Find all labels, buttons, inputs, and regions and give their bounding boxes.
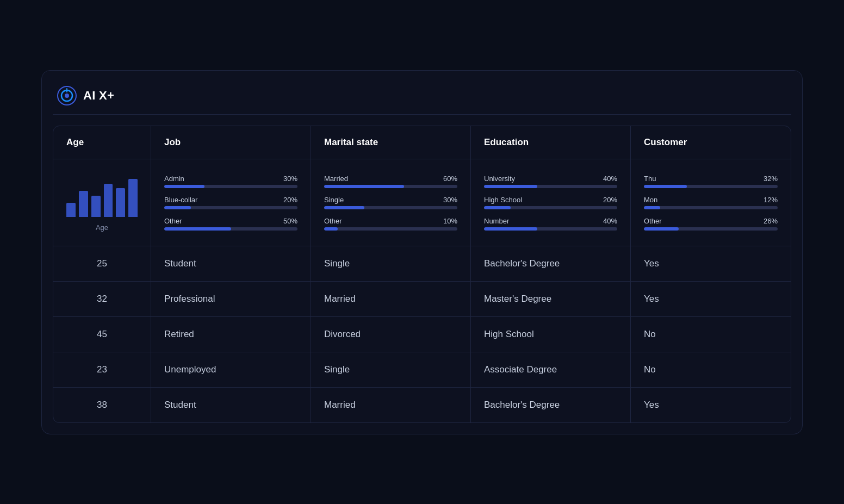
stat-pct: 12% <box>764 196 778 204</box>
marital-stats-cell: Married 60% Single 30% Other 10% <box>311 159 471 246</box>
stat-pct: 30% <box>283 175 297 183</box>
stat-label: Married <box>324 175 348 183</box>
stat-label: Other <box>644 217 662 225</box>
column-header-row: Age Job Marital state Education Customer <box>53 126 791 159</box>
svg-point-2 <box>65 94 69 98</box>
bar-fill <box>164 206 191 209</box>
stat-label-row: Mon 12% <box>644 196 778 204</box>
bar-track <box>644 185 778 188</box>
stat-label-row: Married 60% <box>324 175 457 183</box>
stat-label: Mon <box>644 196 657 204</box>
stat-label-row: Number 40% <box>484 217 617 225</box>
stat-label: University <box>484 175 515 183</box>
stat-label: Blue-collar <box>164 196 197 204</box>
bar-fill <box>324 185 404 188</box>
cell-job: Unemployed <box>151 352 311 387</box>
job-stats-cell: Admin 30% Blue-collar 20% Other 50% <box>151 159 311 246</box>
stat-item: Single 30% <box>324 196 457 209</box>
stat-item: Other 26% <box>644 217 778 231</box>
age-bar <box>79 191 88 217</box>
cell-age: 45 <box>53 317 151 352</box>
cell-job: Student <box>151 388 311 422</box>
stat-item: Mon 12% <box>644 196 778 209</box>
stat-item: Thu 32% <box>644 175 778 188</box>
stat-pct: 10% <box>443 217 457 225</box>
col-header-job: Job <box>151 126 311 159</box>
cell-customer: Yes <box>631 282 791 316</box>
stat-label: Other <box>164 217 182 225</box>
col-header-customer: Customer <box>631 126 791 159</box>
stat-label-row: Other 26% <box>644 217 778 225</box>
header: AI X+ <box>53 82 791 115</box>
bar-fill <box>324 227 338 231</box>
bar-fill <box>644 185 687 188</box>
bar-fill <box>484 227 537 231</box>
stat-pct: 26% <box>764 217 778 225</box>
bar-track <box>324 206 457 209</box>
table-row: 45 Retired Divorced High School No <box>53 317 791 352</box>
bar-track <box>484 227 617 231</box>
stat-label-row: Admin 30% <box>164 175 297 183</box>
cell-customer: No <box>631 317 791 352</box>
customer-stats-cell: Thu 32% Mon 12% Other 26% <box>631 159 791 246</box>
stat-item: Admin 30% <box>164 175 297 188</box>
age-bar <box>104 184 113 217</box>
cell-education: Bachelor's Degree <box>471 246 631 281</box>
col-header-marital: Marital state <box>311 126 471 159</box>
stat-label-row: High School 20% <box>484 196 617 204</box>
age-chart-cell: Age <box>53 159 151 246</box>
age-bar <box>66 203 76 217</box>
stat-label-row: University 40% <box>484 175 617 183</box>
main-card: AI X+ Age Job Marital state Education Cu… <box>41 70 803 434</box>
stat-item: Other 10% <box>324 217 457 231</box>
table-row: 38 Student Married Bachelor's Degree Yes <box>53 388 791 422</box>
cell-education: Associate Degree <box>471 352 631 387</box>
stat-label: Other <box>324 217 342 225</box>
stat-label-row: Thu 32% <box>644 175 778 183</box>
bar-track <box>484 185 617 188</box>
stat-item: Blue-collar 20% <box>164 196 297 209</box>
chart-stats-row: Age Admin 30% Blue-collar 20% <box>53 159 791 246</box>
cell-customer: Yes <box>631 388 791 422</box>
stat-item: University 40% <box>484 175 617 188</box>
bar-track <box>164 227 297 231</box>
bar-track <box>164 185 297 188</box>
brand-name: AI X+ <box>83 89 114 103</box>
bar-fill <box>484 185 537 188</box>
table-row: 23 Unemployed Single Associate Degree No <box>53 352 791 388</box>
stat-pct: 40% <box>603 217 617 225</box>
cell-age: 25 <box>53 246 151 281</box>
cell-job: Retired <box>151 317 311 352</box>
bar-fill <box>644 206 660 209</box>
table-row: 32 Professional Married Master's Degree … <box>53 282 791 317</box>
cell-age: 38 <box>53 388 151 422</box>
cell-marital: Single <box>311 352 471 387</box>
cell-marital: Married <box>311 388 471 422</box>
logo-icon <box>57 86 77 105</box>
stat-pct: 20% <box>283 196 297 204</box>
table-row: 25 Student Single Bachelor's Degree Yes <box>53 246 791 282</box>
bar-fill <box>644 227 679 231</box>
cell-job: Professional <box>151 282 311 316</box>
stat-pct: 50% <box>283 217 297 225</box>
cell-marital: Divorced <box>311 317 471 352</box>
data-table: Age Job Marital state Education Customer… <box>53 126 791 423</box>
stat-label: Thu <box>644 175 656 183</box>
stat-label: Number <box>484 217 509 225</box>
col-header-age: Age <box>53 126 151 159</box>
cell-age: 23 <box>53 352 151 387</box>
stat-item: Number 40% <box>484 217 617 231</box>
age-bar <box>128 179 138 217</box>
stat-label: Admin <box>164 175 184 183</box>
age-bar <box>116 188 125 217</box>
stat-label-row: Other 10% <box>324 217 457 225</box>
age-chart-label: Age <box>66 223 138 232</box>
stat-pct: 32% <box>764 175 778 183</box>
table-wrapper: Age Job Marital state Education Customer… <box>53 126 791 422</box>
cell-education: Bachelor's Degree <box>471 388 631 422</box>
age-bar-chart <box>66 173 138 217</box>
stat-pct: 20% <box>603 196 617 204</box>
stat-label: Single <box>324 196 344 204</box>
stat-item: Other 50% <box>164 217 297 231</box>
cell-education: Master's Degree <box>471 282 631 316</box>
